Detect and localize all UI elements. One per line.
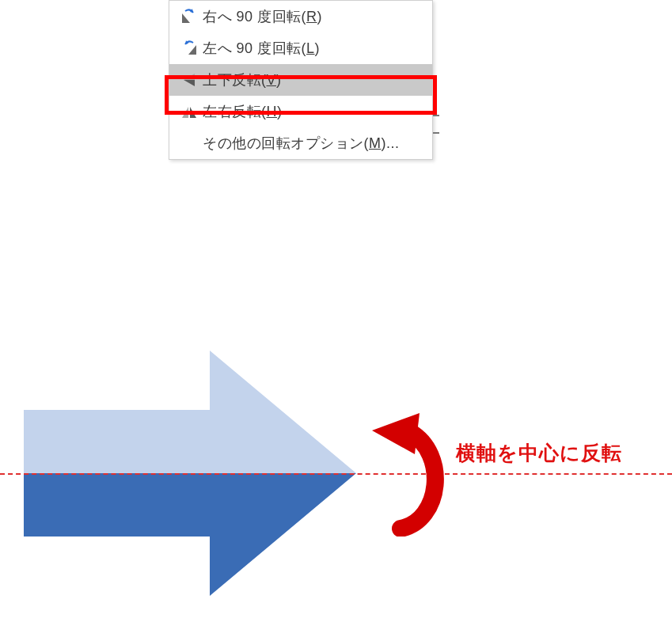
rotate-left-icon — [176, 40, 203, 56]
cropped-ui-fragment — [433, 115, 439, 134]
svg-marker-9 — [24, 473, 356, 596]
menu-item-label: 左右反転(H) — [203, 102, 424, 121]
flip-diagram: 横軸を中心に反転 — [0, 237, 672, 637]
menu-item-rotate-right[interactable]: 右へ 90 度回転(R) — [169, 1, 432, 32]
menu-item-label: 右へ 90 度回転(R) — [203, 7, 424, 26]
flip-horizontal-icon — [176, 104, 203, 119]
arrow-shape-bottom-half — [24, 473, 356, 596]
menu-item-more-rotation-options[interactable]: その他の回転オプション(M)... — [169, 127, 432, 159]
menu-item-rotate-left[interactable]: 左へ 90 度回転(L) — [169, 32, 432, 64]
svg-marker-8 — [24, 351, 356, 473]
menu-item-flip-horizontal[interactable]: 左右反転(H) — [169, 96, 432, 127]
arrow-shape-top-half — [24, 351, 356, 473]
rotate-menu: 右へ 90 度回転(R) 左へ 90 度回転(L) 上下反転(V) — [169, 0, 433, 160]
svg-marker-10 — [372, 413, 420, 454]
rotate-right-icon — [176, 9, 203, 25]
flip-direction-arrow-icon — [355, 410, 457, 537]
menu-item-flip-vertical[interactable]: 上下反転(V) — [169, 64, 432, 96]
menu-item-label: その他の回転オプション(M)... — [203, 134, 424, 153]
flip-caption: 横軸を中心に反転 — [456, 440, 622, 466]
svg-marker-5 — [184, 80, 195, 86]
svg-marker-0 — [182, 13, 190, 23]
flip-vertical-icon — [176, 72, 203, 88]
svg-marker-2 — [188, 45, 196, 55]
menu-item-label: 上下反転(V) — [203, 70, 424, 89]
svg-marker-6 — [182, 107, 188, 118]
horizontal-axis-line — [0, 473, 672, 475]
menu-item-label: 左へ 90 度回転(L) — [203, 39, 424, 58]
svg-marker-7 — [190, 107, 196, 118]
svg-marker-4 — [184, 74, 195, 80]
